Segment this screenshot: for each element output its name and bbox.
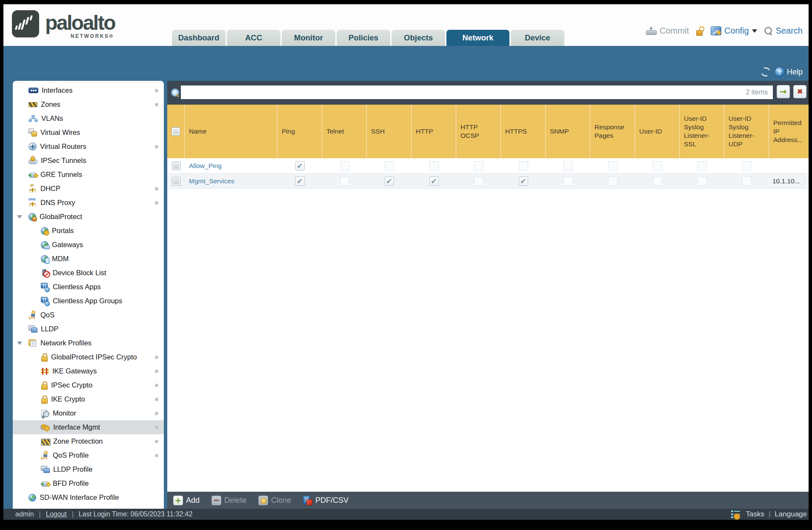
sidebar-item-monitor[interactable]: Monitor (13, 406, 164, 420)
sidebar-item-dns-proxy[interactable]: DNS Proxy (13, 196, 164, 210)
tab-network[interactable]: Network (446, 30, 509, 46)
expand-arrow-icon[interactable] (17, 342, 22, 348)
check-ssh[interactable] (385, 161, 394, 171)
sidebar-item-lldp[interactable]: LLDP (13, 322, 164, 336)
check-user-id-syslog-listener-ssl[interactable] (698, 177, 707, 186)
sidebar-item-ipsec-tunnels[interactable]: IPSec Tunnels (13, 154, 164, 168)
add-button[interactable]: Add (173, 496, 200, 505)
clear-filter-button[interactable] (793, 85, 806, 98)
check-ping[interactable] (295, 177, 305, 186)
table-row[interactable]: Mgmt_Services10.1.10... (167, 174, 809, 189)
commit-button[interactable]: Commit (646, 26, 689, 36)
col-header-name[interactable]: Name (185, 105, 277, 158)
sidebar-item-mdm[interactable]: MDM (13, 252, 164, 266)
check-http[interactable] (429, 161, 439, 171)
logout-link[interactable]: Logout (46, 510, 67, 518)
sidebar-item-bfd-profile[interactable]: BFD Profile (13, 476, 164, 490)
col-header-ping[interactable]: Ping (277, 105, 322, 158)
expand-arrow-icon[interactable] (17, 215, 22, 221)
sidebar-item-zones[interactable]: Zones (13, 97, 164, 111)
col-header-user-id-syslog-listener-udp[interactable]: User-ID Syslog Listener-UDP (724, 105, 769, 158)
sidebar-item-virtual-wires[interactable]: Virtual Wires (13, 125, 164, 140)
table-search-icon[interactable] (170, 88, 180, 97)
sidebar-item-portals[interactable]: Portals (13, 224, 164, 238)
col-header-user-id-syslog-listener-ssl[interactable]: User-ID Syslog Listener-SSL (680, 105, 724, 158)
check-telnet[interactable] (340, 177, 349, 186)
sidebar-item-virtual-routers[interactable]: Virtual Routers (13, 140, 164, 154)
col-header-ssh[interactable]: SSH (367, 105, 412, 158)
pdf-csv-button[interactable]: PDF/CSV (303, 496, 349, 505)
sidebar-item-globalprotect-ipsec-crypto[interactable]: GlobalProtect IPSec Crypto (13, 350, 164, 364)
col-header-telnet[interactable]: Telnet (322, 105, 367, 158)
sidebar-item-interface-mgmt[interactable]: Interface Mgmt (13, 420, 164, 434)
sidebar-item-dhcp[interactable]: DHCP (13, 182, 164, 196)
sidebar-item-vlans[interactable]: VLANs (13, 111, 164, 125)
check-response-pages[interactable] (608, 161, 618, 171)
check-user-id[interactable] (653, 177, 662, 186)
check-response-pages[interactable] (608, 177, 618, 186)
sidebar-item-zone-protection[interactable]: Zone Protection (13, 434, 164, 448)
tab-acc[interactable]: ACC (227, 30, 280, 46)
sidebar-item-ipsec-crypto[interactable]: IPSec Crypto (13, 378, 164, 392)
global-search-button[interactable]: Search (764, 26, 803, 36)
tasks-icon[interactable] (731, 510, 741, 519)
check-telnet[interactable] (340, 161, 349, 171)
check-ping[interactable] (295, 161, 305, 171)
check-user-id-syslog-listener-ssl[interactable] (698, 161, 707, 171)
language-button[interactable]: Language (775, 510, 807, 519)
clone-button[interactable]: Clone (258, 496, 291, 505)
select-row-checkbox[interactable] (172, 162, 180, 170)
check-https[interactable] (519, 161, 528, 171)
sidebar-item-gre-tunnels[interactable]: GRE Tunnels (13, 168, 164, 182)
table-filter-input[interactable] (181, 85, 773, 99)
check-user-id-syslog-listener-udp[interactable] (742, 161, 752, 171)
col-header-permitted-ip-address[interactable]: Permitted IP Address... (769, 105, 809, 158)
tab-dashboard[interactable]: Dashboard (172, 30, 226, 46)
check-http-ocsp[interactable] (474, 177, 483, 186)
col-header-https[interactable]: HTTPS (501, 105, 546, 158)
col-header-response-pages[interactable]: Response Pages (590, 105, 635, 158)
table-row[interactable]: Allow_Ping (167, 158, 809, 174)
help-button[interactable]: Help (775, 67, 803, 77)
sidebar-item-qos[interactable]: QoS (13, 308, 164, 322)
check-user-id[interactable] (653, 161, 662, 171)
delete-button[interactable]: Delete (212, 496, 246, 505)
sidebar-item-clientless-apps[interactable]: Clientless Apps (13, 280, 164, 294)
check-https[interactable] (519, 177, 528, 186)
sidebar-item-qos-profile[interactable]: QoS Profile (13, 448, 164, 462)
tab-device[interactable]: Device (511, 30, 564, 46)
sidebar-item-ike-crypto[interactable]: IKE Crypto (13, 392, 164, 406)
check-http[interactable] (429, 177, 439, 186)
row-name-link[interactable]: Allow_Ping (189, 162, 222, 170)
row-name-link[interactable]: Mgmt_Services (189, 177, 234, 185)
sidebar-item-gateways[interactable]: Gateways (13, 238, 164, 252)
sidebar-item-sd-wan-interface-profile[interactable]: SD-WAN Interface Profile (13, 490, 164, 504)
refresh-icon[interactable] (760, 66, 772, 78)
select-row-checkbox[interactable] (172, 177, 180, 185)
tab-monitor[interactable]: Monitor (282, 30, 335, 46)
config-menu[interactable]: Config (711, 26, 757, 36)
tasks-button[interactable]: Tasks (746, 510, 764, 519)
sidebar-item-lldp-profile[interactable]: LLDP Profile (13, 462, 164, 476)
sidebar-item-globalprotect[interactable]: GlobalProtect (13, 210, 164, 224)
sidebar-item-network-profiles[interactable]: Network Profiles (13, 336, 164, 350)
sidebar-item-ike-gateways[interactable]: IKE Gateways (13, 364, 164, 378)
sidebar-item-interfaces[interactable]: Interfaces (13, 83, 164, 97)
tab-policies[interactable]: Policies (337, 30, 390, 46)
col-header-http[interactable]: HTTP (412, 105, 456, 158)
col-header-snmp[interactable]: SNMP (546, 105, 590, 158)
apply-filter-button[interactable] (777, 85, 790, 98)
col-header-user-id[interactable]: User-ID (635, 105, 680, 158)
check-http-ocsp[interactable] (474, 161, 483, 171)
check-snmp[interactable] (563, 177, 573, 186)
select-all-checkbox[interactable] (172, 127, 180, 136)
sidebar-item-clientless-app-groups[interactable]: Clientless App Groups (13, 294, 164, 308)
col-header-http-ocsp[interactable]: HTTP OCSP (456, 105, 501, 158)
commit-icon (646, 27, 657, 35)
tab-objects[interactable]: Objects (392, 30, 445, 46)
check-user-id-syslog-listener-udp[interactable] (742, 177, 752, 186)
check-ssh[interactable] (385, 177, 394, 186)
sidebar-item-device-block-list[interactable]: Device Block List (13, 266, 164, 280)
lock-icon[interactable] (696, 26, 704, 35)
check-snmp[interactable] (563, 161, 573, 171)
